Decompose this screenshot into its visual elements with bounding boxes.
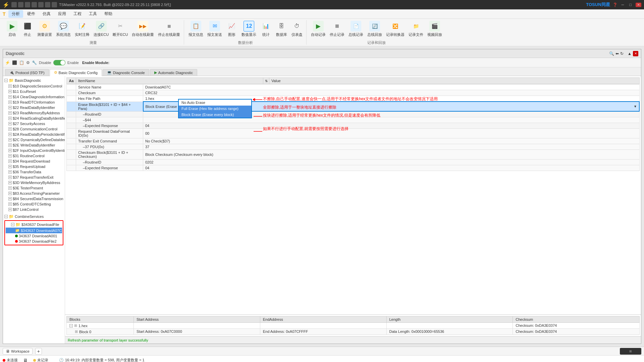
record-converter-button[interactable]: 🔀 记录转换器 bbox=[384, 20, 406, 38]
erase-block-dropdown-arrow[interactable]: ▼ bbox=[634, 105, 637, 108]
tree-expand-37[interactable]: + bbox=[8, 176, 12, 179]
tree-item-87[interactable]: + $87 LinkControl bbox=[3, 207, 65, 212]
erase-dropdown-menu[interactable]: No Auto Erase Full Erase (Hex file addre… bbox=[178, 99, 252, 118]
measurement-settings-button[interactable]: ⚙ 测量设置 bbox=[36, 20, 54, 38]
tree-item-27[interactable]: + $27 SecurityAccess bbox=[3, 121, 65, 126]
transfer-exit-value[interactable]: No Check($37) bbox=[143, 138, 640, 144]
expected-response-2-value[interactable]: 04 bbox=[143, 165, 640, 171]
system-message-button[interactable]: 💬 系统消息 bbox=[54, 20, 72, 38]
tree-expand-31[interactable]: + bbox=[8, 154, 12, 158]
message-send-button[interactable]: ✉ 报文发送 bbox=[206, 20, 224, 38]
tree-expand-27[interactable]: + bbox=[8, 122, 12, 125]
dropdown-no-auto-erase[interactable]: No Auto Erase bbox=[179, 100, 251, 106]
tab-console[interactable]: 💻 Diagnostic Console bbox=[103, 69, 149, 76]
tree-expand-2a[interactable]: + bbox=[8, 133, 12, 136]
tree-item-31[interactable]: + $31 RoutineControl bbox=[3, 153, 65, 159]
dialog-refresh-icon[interactable]: ↻ bbox=[620, 51, 624, 56]
37-pdu-value[interactable]: 37 bbox=[143, 144, 640, 149]
tb-icon-3[interactable] bbox=[25, 2, 30, 7]
tree-combine-services-root[interactable]: − 📁 CombineServices bbox=[3, 214, 65, 220]
record-file-button[interactable]: 📁 记录文件 bbox=[407, 20, 425, 38]
tree-expand-19[interactable]: + bbox=[8, 101, 12, 104]
tb-icon-2[interactable] bbox=[18, 2, 23, 7]
tree-expand-343637[interactable]: − bbox=[11, 223, 14, 226]
blocks-block0-row[interactable]: ⊞ Block 0 Start Address: 0xA07C0000 End … bbox=[66, 329, 640, 335]
checksum-block-value[interactable]: Block Checksum (Checksum every block) bbox=[143, 149, 640, 159]
tb-icon-4[interactable] bbox=[32, 2, 37, 7]
menu-item-project[interactable]: 工程 bbox=[70, 10, 85, 18]
tree-item-37[interactable]: + $37 RequestTransferExit bbox=[3, 175, 65, 180]
start-button[interactable]: ▶ 启动 bbox=[5, 20, 19, 38]
tb-icon-5[interactable] bbox=[38, 2, 44, 7]
tree-expand-10[interactable]: + bbox=[8, 84, 12, 88]
tree-item-83[interactable]: + $83 AccessTimingParameter bbox=[3, 191, 65, 196]
routine-id-2-value[interactable]: 0202 bbox=[143, 159, 640, 165]
tree-expand-2c[interactable]: + bbox=[8, 138, 12, 141]
tb-icon-6[interactable] bbox=[45, 2, 50, 7]
menu-item-analyze[interactable]: 分析 bbox=[8, 10, 23, 18]
stop-flash-button[interactable]: ⏹ 停止在线刷量 bbox=[156, 20, 182, 38]
enable-module-toggle[interactable] bbox=[53, 60, 65, 65]
tree-item-34[interactable]: + $34 RequestDownload bbox=[3, 159, 65, 164]
auto-flash-button[interactable]: ▶▶ 自动在线刷量 bbox=[130, 20, 156, 38]
tree-expand-2e[interactable]: + bbox=[8, 143, 12, 147]
dialog-expand-icon[interactable]: ▲ bbox=[628, 51, 632, 56]
auto-record-button[interactable]: ▶ 自动记录 bbox=[309, 20, 327, 38]
menu-item-application[interactable]: 应用 bbox=[55, 10, 69, 18]
tree-item-343637-downloada001[interactable]: 343637 DownloadA001 bbox=[6, 233, 62, 239]
header-sort[interactable]: ⇅ bbox=[263, 78, 269, 84]
video-playback-button[interactable]: 🎬 视频回放 bbox=[426, 20, 444, 38]
tree-expand-11[interactable]: + bbox=[8, 90, 12, 93]
minimize-btn[interactable]: ─ bbox=[620, 3, 626, 7]
tree-expand-3d[interactable]: + bbox=[8, 181, 12, 184]
dashboard-button[interactable]: ⏱ 仪表盘 bbox=[289, 20, 304, 38]
menu-item-hardware[interactable]: 硬件 bbox=[24, 10, 39, 18]
tree-item-85[interactable]: + $85 ControlDTCSetting bbox=[3, 201, 65, 207]
tree-item-343637-downloadfile[interactable]: − 📁 $343637 DownloadFile bbox=[6, 222, 62, 228]
checksum-value[interactable]: CRC32 bbox=[143, 90, 640, 96]
tree-item-11[interactable]: + $11 EcuReset bbox=[3, 89, 65, 94]
disconnect-ecu-button[interactable]: ✂ 断开ECU bbox=[111, 20, 129, 38]
tb-icon-7[interactable] bbox=[52, 2, 57, 7]
message-info-button[interactable]: 📋 报文信息 bbox=[187, 20, 205, 38]
menu-item-help[interactable]: 帮助 bbox=[101, 10, 116, 18]
tree-expand-84[interactable]: + bbox=[8, 197, 12, 200]
dropdown-block-erase[interactable]: Block Erase (Erase every block) bbox=[179, 112, 251, 118]
tree-expand-28[interactable]: + bbox=[8, 127, 12, 131]
tree-item-35[interactable]: + $35 RequestUpload bbox=[3, 164, 65, 169]
realtime-comment-button[interactable]: 📝 实时注释 bbox=[73, 20, 91, 38]
service-name-value[interactable]: DownloadA07C bbox=[143, 84, 640, 90]
tree-item-28[interactable]: + $28 CommunicationControl bbox=[3, 126, 65, 132]
dialog-close-button[interactable]: ✕ bbox=[633, 51, 638, 56]
tree-expand-87[interactable]: + bbox=[8, 208, 12, 211]
tb-icon-1[interactable] bbox=[11, 2, 17, 7]
stop-record-button[interactable]: ⏹ 停止记录 bbox=[328, 20, 346, 38]
workspace-tab[interactable]: 🖥 Workspace bbox=[3, 348, 33, 355]
bus-record-button[interactable]: 📄 总线记录 bbox=[347, 20, 365, 38]
tree-expand-3e[interactable]: + bbox=[8, 186, 12, 190]
tree-expand-83[interactable]: + bbox=[8, 192, 12, 195]
dropdown-full-erase[interactable]: Full Erase (Hex file address range) bbox=[179, 106, 251, 112]
tree-item-36[interactable]: + $36 TransferData bbox=[3, 169, 65, 175]
dialog-back-icon[interactable]: ⬅ bbox=[615, 51, 619, 56]
bus-playback-button[interactable]: 🔄 总线回放 bbox=[366, 20, 384, 38]
tree-item-2e[interactable]: + $2E WriteDataByIdentifier bbox=[3, 142, 65, 148]
tree-item-10[interactable]: + $10 DiagnosticSessionControl bbox=[3, 83, 65, 89]
tree-item-3d[interactable]: + $3D WriteMemoryByAddress bbox=[3, 180, 65, 185]
tree-expand-24[interactable]: + bbox=[8, 117, 12, 120]
expected-response-1-value[interactable]: 04 bbox=[143, 123, 640, 128]
value-display-button[interactable]: 12 数值显示 bbox=[240, 20, 258, 38]
connect-ecu-button[interactable]: 🔗 连接ECU bbox=[92, 20, 110, 38]
tree-expand-23[interactable]: + bbox=[8, 111, 12, 115]
graph-button[interactable]: 📈 图形 bbox=[224, 20, 239, 38]
tree-item-14[interactable]: + $14 ClearDiagnosticInformation bbox=[3, 94, 65, 100]
tree-item-24[interactable]: + $24 ReadScalingDataByIdentifier bbox=[3, 116, 65, 121]
tree-expand-22[interactable]: + bbox=[8, 106, 12, 109]
database-button[interactable]: 🗄 数据库 bbox=[274, 20, 289, 38]
stop-button[interactable]: ⬛ 停止 bbox=[20, 20, 35, 38]
menu-item-tools[interactable]: 工具 bbox=[86, 10, 100, 18]
blocks-file-row[interactable]: − ⊞ 1.hex Checksum: 0xDA3E0374 bbox=[66, 323, 640, 329]
blocks-expand-icon[interactable]: − bbox=[69, 324, 73, 327]
tree-root[interactable]: − 📁 BasicDiagnostic bbox=[3, 77, 65, 83]
tree-expand-root[interactable]: − bbox=[4, 79, 8, 82]
